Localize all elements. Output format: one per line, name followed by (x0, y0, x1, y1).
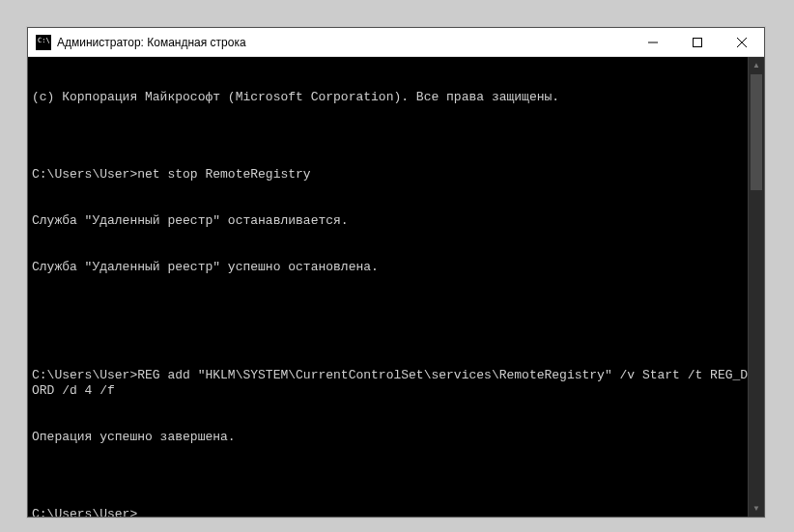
window-controls (631, 28, 764, 56)
close-icon (737, 38, 747, 47)
titlebar[interactable]: Администратор: Командная строка (28, 28, 764, 57)
scroll-down-arrow-icon[interactable]: ▼ (749, 500, 764, 517)
maximize-button[interactable] (675, 28, 720, 56)
prompt-text: C:\Users\User> (32, 507, 137, 517)
terminal-output[interactable]: (с) Корпорация Майкрософт (Microsoft Cor… (28, 57, 764, 517)
current-prompt-line: C:\Users\User> (32, 507, 760, 517)
vertical-scrollbar[interactable]: ▲ ▼ (748, 57, 764, 517)
output-line: Служба "Удаленный реестр" успешно остано… (32, 260, 760, 275)
window-title: Администратор: Командная строка (57, 36, 246, 49)
output-line: C:\Users\User>net stop RemoteRegistry (32, 167, 760, 182)
output-line: C:\Users\User>REG add "HKLM\SYSTEM\Curre… (32, 368, 760, 399)
output-line: Операция успешно завершена. (32, 430, 760, 445)
output-line: (с) Корпорация Майкрософт (Microsoft Cor… (32, 90, 760, 105)
minimize-button[interactable] (631, 28, 675, 56)
cmd-icon (36, 35, 51, 50)
close-button[interactable] (720, 28, 764, 56)
output-line: Служба "Удаленный реестр" останавливаетс… (32, 213, 760, 229)
cmd-window: Администратор: Командная строка (с) Корп… (27, 27, 765, 518)
minimize-icon (648, 38, 658, 47)
maximize-icon (693, 38, 702, 47)
scroll-thumb[interactable] (751, 74, 762, 190)
svg-rect-1 (694, 38, 702, 46)
scroll-up-arrow-icon[interactable]: ▲ (749, 57, 764, 73)
